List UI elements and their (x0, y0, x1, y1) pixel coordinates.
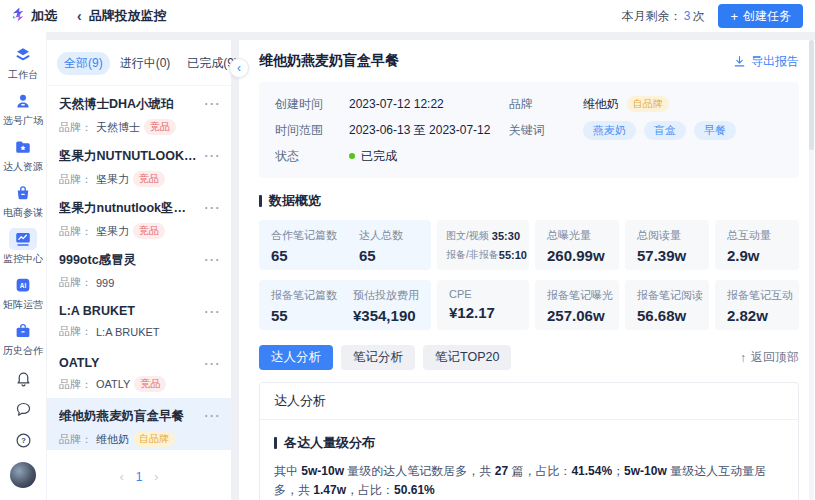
tab-all[interactable]: 全部(9) (57, 52, 110, 75)
stat-card-exposure: 总曝光量 260.99w (535, 220, 619, 270)
desc-text: ； (612, 464, 624, 478)
info-row-status: 状态 已完成 (275, 143, 509, 169)
app-logo-icon (10, 6, 27, 27)
overview-section-header: 数据概览 (259, 192, 799, 210)
keyword-pill: 早餐 (694, 121, 736, 140)
brand-name: L:A BRUKET (96, 326, 160, 338)
detail-title-row: 维他奶燕麦奶盲盒早餐 导出报告 (259, 52, 799, 70)
notification-bell-icon[interactable] (14, 369, 32, 387)
more-menu-icon[interactable]: ··· (205, 357, 222, 371)
stat-label: 总曝光量 (547, 228, 607, 243)
sidebar-item-selection-plaza[interactable]: 选号广场 (0, 90, 46, 128)
stat-value: 55:10 (499, 249, 527, 261)
app-logo[interactable]: 加选 (10, 6, 57, 27)
task-brand-line: 品牌： 天然博士 竞品 (59, 119, 219, 135)
create-task-button[interactable]: + 创建任务 (718, 4, 803, 28)
download-icon (733, 55, 746, 68)
task-list-item[interactable]: 天然博士DHA小琥珀 ··· 品牌： 天然博士 竞品 (47, 86, 231, 138)
desc-text: 量级的达人笔记数居多，共 (344, 464, 495, 478)
tab-note-analysis[interactable]: 笔记分析 (341, 345, 415, 370)
scrollbar-thumb[interactable] (809, 40, 814, 150)
sidebar-item-monitoring-center[interactable]: 监控中心 (0, 228, 46, 266)
stat-label: 达人总数 (359, 228, 403, 243)
influencer-analysis-card: 达人分析 各达人量级分布 其中 5w-10w 量级的达人笔记数居多，共 27 篇… (259, 382, 799, 500)
more-menu-icon[interactable]: ··· (205, 97, 222, 111)
sidebar-item-label: 矩阵运营 (3, 298, 43, 312)
export-report-link[interactable]: 导出报告 (733, 53, 799, 70)
desc-text: 其中 (274, 464, 301, 478)
desc-value: 5w-10w (301, 464, 344, 478)
feedback-icon[interactable] (14, 400, 32, 418)
stat-value: 65 (271, 247, 359, 264)
analysis-card-body: 各达人量级分布 其中 5w-10w 量级的达人笔记数居多，共 27 篇，占比：4… (260, 420, 798, 500)
sidebar-item-ecommerce-advisor[interactable]: 电商参谋 (0, 182, 46, 220)
status-value: 已完成 (361, 148, 397, 165)
sidebar-item-influencer-resources[interactable]: 达人资源 (0, 136, 46, 174)
tab-in-progress[interactable]: 进行中(0) (113, 52, 178, 75)
brand-name: 天然博士 (96, 120, 140, 135)
workbench-icon (9, 44, 37, 66)
back-chevron-icon[interactable]: ‹ (77, 9, 82, 23)
monitor-chart-icon (9, 228, 37, 250)
sidebar-item-history-cooperation[interactable]: 历史合作 (0, 320, 46, 358)
stat-label: 报备笔记阅读 (637, 288, 697, 303)
stat-value: 2.9w (727, 247, 787, 264)
next-page-icon[interactable]: › (154, 470, 158, 484)
stat-label: 总互动量 (727, 228, 787, 243)
sidebar-item-workbench[interactable]: 工作台 (0, 44, 46, 82)
back-to-top-link[interactable]: ↑ 返回顶部 (740, 349, 799, 366)
section-bar-icon (274, 437, 277, 449)
task-list-item[interactable]: 坚果力nutnutlook坚果力 ··· 品牌： 坚果力 竞品 (47, 190, 231, 242)
stat-block: 合作笔记篇数 65 (271, 228, 359, 262)
info-row-created: 创建时间 2023-07-12 12:22 (275, 91, 509, 117)
sidebar-bottom: ? (10, 369, 36, 500)
stat-label: CPE (449, 288, 517, 300)
plus-icon: + (730, 10, 738, 23)
vertical-scrollbar[interactable] (809, 40, 814, 500)
stat-value: 35:30 (492, 230, 520, 242)
more-menu-icon[interactable]: ··· (205, 409, 222, 423)
task-list-item-selected[interactable]: 维他奶燕麦奶盲盒早餐 ··· 品牌： 维他奶 自品牌 (47, 398, 231, 450)
task-list-item[interactable]: 999otc感冒灵 ··· 品牌： 999 (47, 242, 231, 294)
stat-block: 预估投放费用 ¥354,190 (353, 288, 419, 322)
page-number[interactable]: 1 (136, 470, 143, 484)
competitor-tag: 竞品 (133, 171, 165, 187)
tab-influencer-analysis[interactable]: 达人分析 (259, 345, 333, 370)
task-list-item[interactable]: 坚果力NUTNUTLOOK坚果力... ··· 品牌： 坚果力 竞品 (47, 138, 231, 190)
more-menu-icon[interactable]: ··· (205, 253, 222, 267)
more-menu-icon[interactable]: ··· (205, 201, 222, 215)
prev-page-icon[interactable]: ‹ (120, 470, 124, 484)
help-icon[interactable]: ? (14, 431, 32, 449)
export-report-label: 导出报告 (751, 53, 799, 70)
task-list-item[interactable]: L:A BRUKET ··· 品牌： L:A BRUKET (47, 294, 231, 346)
brand-name: 999 (96, 277, 114, 289)
arrow-up-icon: ↑ (740, 351, 746, 365)
tab-note-top20[interactable]: 笔记TOP20 (423, 345, 511, 370)
brand-prefix: 品牌： (59, 275, 92, 290)
topbar: 加选 ‹ 品牌投放监控 本月剩余：3次 + 创建任务 (0, 0, 815, 32)
svg-text:AI: AI (20, 282, 27, 289)
stat-block: 报备笔记篇数 55 (271, 288, 353, 322)
topbar-right: 本月剩余：3次 + 创建任务 (622, 4, 803, 28)
desc-value: 5w-10w (624, 464, 667, 478)
task-list-item[interactable]: OATLY ··· 品牌： OATLY 竞品 (47, 346, 231, 398)
back-nav[interactable]: ‹ 品牌投放监控 (77, 7, 167, 25)
app-logo-text: 加选 (31, 7, 57, 25)
user-avatar[interactable] (10, 462, 36, 488)
briefcase-icon (9, 320, 37, 342)
stat-card-ratios: 图文/视频 35:30 报备/非报备 55:10 (437, 220, 529, 270)
folder-star-icon (9, 136, 37, 158)
stats-row-2: 报备笔记篇数 55 预估投放费用 ¥354,190 CPE ¥12.17 报备笔… (259, 280, 799, 330)
task-title: 天然博士DHA小琥珀 (59, 96, 197, 113)
pagination: ‹ 1 › (47, 458, 231, 500)
collapse-panel-button[interactable]: ‹ (229, 58, 249, 78)
stat-label: 报备笔记互动 (727, 288, 787, 303)
stat-label: 报备笔记曝光 (547, 288, 607, 303)
task-brand-line: 品牌： OATLY 竞品 (59, 376, 219, 392)
sidebar-item-matrix-operations[interactable]: AI 矩阵运营 (0, 274, 46, 312)
monthly-quota: 本月剩余：3次 (622, 8, 705, 25)
stat-value: 57.39w (637, 247, 697, 264)
more-menu-icon[interactable]: ··· (205, 149, 222, 163)
info-label: 状态 (275, 148, 349, 165)
more-menu-icon[interactable]: ··· (205, 305, 222, 319)
